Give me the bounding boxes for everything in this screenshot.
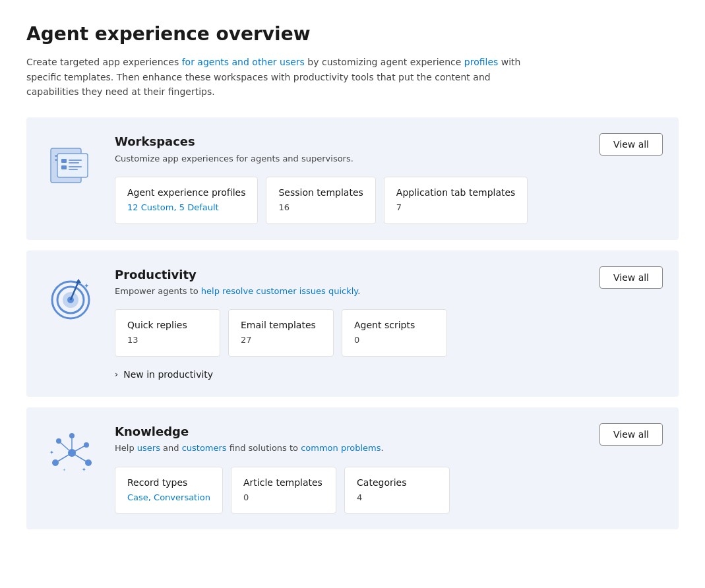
quick-replies-card[interactable]: Quick replies 13 xyxy=(115,309,220,357)
svg-line-25 xyxy=(72,453,88,463)
knowledge-link-users[interactable]: users xyxy=(137,443,160,453)
agent-experience-profiles-value: 12 Custom, 5 Default xyxy=(127,202,245,214)
svg-rect-8 xyxy=(69,166,82,167)
categories-value: 4 xyxy=(357,492,437,504)
session-templates-value: 16 xyxy=(278,202,363,214)
knowledge-subtitle: Help users and customers find solutions … xyxy=(115,442,663,454)
application-tab-templates-label: Application tab templates xyxy=(396,187,516,200)
workspaces-content: Workspaces Customize app experiences for… xyxy=(115,133,663,223)
knowledge-icon: ✦ ✦ ✦ xyxy=(42,423,102,483)
svg-marker-15 xyxy=(76,279,81,283)
quick-replies-label: Quick replies xyxy=(127,319,208,332)
svg-line-24 xyxy=(55,453,72,463)
svg-line-27 xyxy=(72,445,86,453)
svg-text:✦: ✦ xyxy=(55,285,59,291)
new-in-productivity-link[interactable]: › New in productivity xyxy=(115,368,663,382)
agent-scripts-card[interactable]: Agent scripts 0 xyxy=(342,309,447,357)
application-tab-templates-card[interactable]: Application tab templates 7 xyxy=(384,177,528,224)
email-templates-value: 27 xyxy=(241,334,321,346)
productivity-title: Productivity xyxy=(115,266,663,283)
workspaces-section: Workspaces Customize app experiences for… xyxy=(26,117,679,239)
record-types-label: Record types xyxy=(127,477,210,490)
knowledge-content: Knowledge Help users and customers find … xyxy=(115,423,663,514)
svg-rect-4 xyxy=(61,159,67,163)
svg-rect-7 xyxy=(61,165,67,169)
knowledge-cards-row: Record types Case, Conversation Article … xyxy=(115,467,663,514)
knowledge-title: Knowledge xyxy=(115,423,663,440)
knowledge-link-problems[interactable]: common problems xyxy=(301,443,381,453)
email-templates-label: Email templates xyxy=(241,319,321,332)
workspaces-title: Workspaces xyxy=(115,133,663,150)
productivity-content: Productivity Empower agents to help reso… xyxy=(115,266,663,382)
svg-line-26 xyxy=(59,441,72,453)
svg-rect-6 xyxy=(69,162,79,163)
svg-text:✦: ✦ xyxy=(84,282,89,289)
productivity-view-all-button[interactable]: View all xyxy=(599,266,663,289)
page-container: Agent experience overview Create targete… xyxy=(0,0,705,588)
record-types-card[interactable]: Record types Case, Conversation xyxy=(115,467,223,514)
link-profiles[interactable]: profiles xyxy=(464,57,499,67)
svg-rect-5 xyxy=(69,160,82,161)
article-templates-card[interactable]: Article templates 0 xyxy=(231,467,336,514)
svg-text:✦: ✦ xyxy=(63,467,66,472)
knowledge-section: ✦ ✦ ✦ Knowledge Help users and customers… xyxy=(26,407,679,529)
new-in-productivity-label: New in productivity xyxy=(123,368,213,382)
page-title: Agent experience overview xyxy=(26,21,679,47)
session-templates-label: Session templates xyxy=(278,187,363,200)
knowledge-view-all-button[interactable]: View all xyxy=(599,423,663,446)
record-types-value: Case, Conversation xyxy=(127,492,210,504)
article-templates-value: 0 xyxy=(243,492,324,504)
svg-rect-3 xyxy=(57,154,88,177)
agent-experience-profiles-label: Agent experience profiles xyxy=(127,187,245,200)
productivity-icon: ✦ ✦ xyxy=(42,266,102,326)
categories-label: Categories xyxy=(357,477,437,490)
link-for-agents[interactable]: for agents and other users xyxy=(182,57,305,67)
email-templates-card[interactable]: Email templates 27 xyxy=(228,309,334,357)
categories-card[interactable]: Categories 4 xyxy=(344,467,450,514)
productivity-link[interactable]: help resolve customer issues quickly xyxy=(201,286,357,296)
chevron-right-icon: › xyxy=(115,368,118,380)
workspaces-subtitle: Customize app experiences for agents and… xyxy=(115,153,663,165)
productivity-cards-row: Quick replies 13 Email templates 27 Agen… xyxy=(115,309,663,357)
workspaces-view-all-button[interactable]: View all xyxy=(599,133,663,156)
svg-text:✦: ✦ xyxy=(49,450,54,456)
svg-rect-9 xyxy=(69,169,78,170)
agent-experience-profiles-card[interactable]: Agent experience profiles 12 Custom, 5 D… xyxy=(115,177,258,224)
article-templates-label: Article templates xyxy=(243,477,324,490)
page-description: Create targeted app experiences for agen… xyxy=(26,55,541,99)
agent-scripts-value: 0 xyxy=(354,334,435,346)
agent-scripts-label: Agent scripts xyxy=(354,319,435,332)
workspaces-icon xyxy=(42,133,102,192)
application-tab-templates-value: 7 xyxy=(396,202,516,214)
session-templates-card[interactable]: Session templates 16 xyxy=(266,177,375,224)
productivity-section: ✦ ✦ Productivity Empower agents to help … xyxy=(26,250,679,397)
productivity-subtitle: Empower agents to help resolve customer … xyxy=(115,285,663,297)
quick-replies-value: 13 xyxy=(127,334,208,346)
knowledge-link-customers[interactable]: customers xyxy=(182,443,227,453)
workspaces-cards-row: Agent experience profiles 12 Custom, 5 D… xyxy=(115,177,663,224)
svg-text:✦: ✦ xyxy=(82,467,86,473)
